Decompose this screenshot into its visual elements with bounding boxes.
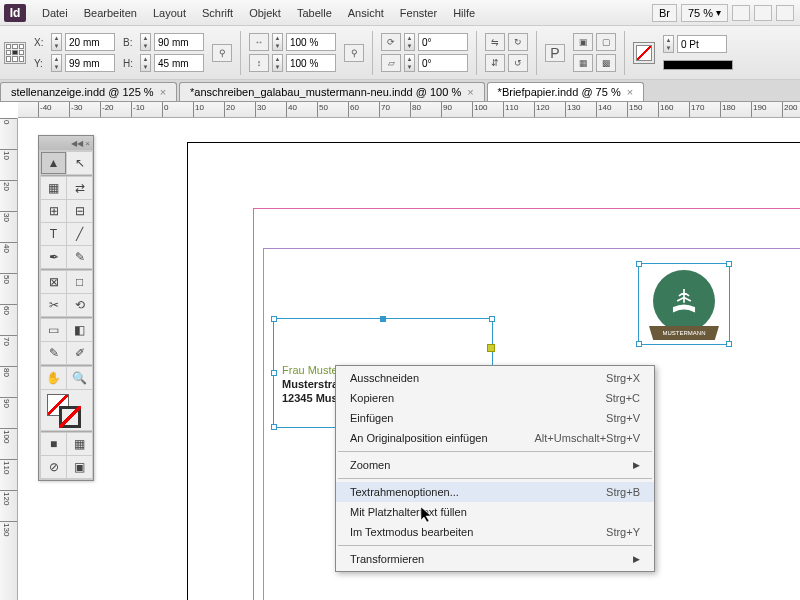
ruler-horizontal[interactable]: -40-30-20-100102030405060708090100110120… (18, 102, 800, 118)
shortcut-label: Strg+V (606, 412, 640, 424)
tools-panel[interactable]: ◀◀ × ▲↖▦⇄⊞⊟T╱✒✎⊠□✂⟲▭◧✎✐✋🔍■▦⊘▣ (38, 135, 94, 481)
x-field[interactable]: 20 mm (65, 33, 115, 51)
fit-frame-icon[interactable]: ▢ (596, 33, 616, 51)
gap-tool[interactable]: ⇄ (67, 177, 92, 199)
view-mode-button[interactable]: ▣ (67, 456, 92, 478)
shear-field[interactable]: 0° (418, 54, 468, 72)
menu-separator (338, 451, 652, 452)
scale-x-icon: ↔ (249, 33, 269, 51)
flip-h-icon[interactable]: ⇋ (485, 33, 505, 51)
close-icon[interactable]: × (627, 86, 633, 98)
menu-bearbeiten[interactable]: Bearbeiten (76, 3, 145, 23)
selection-tool[interactable]: ▲ (41, 152, 66, 174)
fill-stroke-swatch[interactable] (41, 390, 92, 430)
shortcut-label: Strg+B (606, 486, 640, 498)
menu-hilfe[interactable]: Hilfe (445, 3, 483, 23)
shortcut-label: Strg+Y (606, 526, 640, 538)
menu-fenster[interactable]: Fenster (392, 3, 445, 23)
screen-mode-icon[interactable] (754, 5, 772, 21)
view-options-icon[interactable] (732, 5, 750, 21)
menu-ansicht[interactable]: Ansicht (340, 3, 392, 23)
scale-y-icon: ↕ (249, 54, 269, 72)
logo-frame[interactable]: MUSTERMANN (638, 263, 730, 345)
menu-objekt[interactable]: Objekt (241, 3, 289, 23)
rectangle-tool[interactable]: □ (67, 271, 92, 293)
context-item[interactable]: AusschneidenStrg+X (336, 368, 654, 388)
content-placer-tool[interactable]: ⊟ (67, 200, 92, 222)
context-item[interactable]: Zoomen▶ (336, 455, 654, 475)
h-field[interactable]: 45 mm (154, 54, 204, 72)
select-container-icon[interactable]: P (545, 44, 565, 62)
type-tool[interactable]: T (41, 223, 66, 245)
shortcut-label: Strg+C (605, 392, 640, 404)
w-stepper[interactable]: ▲▼ (140, 33, 151, 51)
y-stepper[interactable]: ▲▼ (51, 54, 62, 72)
zoom-tool[interactable]: 🔍 (67, 367, 92, 389)
rotate-cw-icon[interactable]: ↻ (508, 33, 528, 51)
gradient-feather-tool[interactable]: ◧ (67, 319, 92, 341)
logo-icon (653, 270, 715, 332)
rotate-field[interactable]: 0° (418, 33, 468, 51)
x-stepper[interactable]: ▲▼ (51, 33, 62, 51)
context-item[interactable]: Transformieren▶ (336, 549, 654, 569)
menu-layout[interactable]: Layout (145, 3, 194, 23)
close-icon[interactable]: × (160, 86, 166, 98)
document-tab[interactable]: stellenanzeige.indd @ 125 %× (0, 82, 177, 101)
apply-gradient-button[interactable]: ▦ (67, 433, 92, 455)
flip-v-icon[interactable]: ⇵ (485, 54, 505, 72)
context-item[interactable]: Textrahmenoptionen...Strg+B (336, 482, 654, 502)
shortcut-label: Strg+X (606, 372, 640, 384)
context-item[interactable]: EinfügenStrg+V (336, 408, 654, 428)
constrain-scale-icon[interactable]: ⚲ (344, 44, 364, 62)
gradient-swatch-tool[interactable]: ▭ (41, 319, 66, 341)
document-tab[interactable]: *Briefpapier.indd @ 75 %× (487, 82, 645, 101)
constrain-icon[interactable]: ⚲ (212, 44, 232, 62)
y-field[interactable]: 99 mm (65, 54, 115, 72)
panel-collapse-icon[interactable]: ◀◀ × (39, 136, 93, 150)
w-field[interactable]: 90 mm (154, 33, 204, 51)
hand-tool[interactable]: ✋ (41, 367, 66, 389)
scale-x-field[interactable]: 100 % (286, 33, 336, 51)
bridge-button[interactable]: Br (652, 4, 677, 22)
stroke-style[interactable] (663, 60, 733, 70)
page-tool[interactable]: ▦ (41, 177, 66, 199)
menu-schrift[interactable]: Schrift (194, 3, 241, 23)
fill-swatch[interactable] (633, 42, 655, 64)
rectangle-frame-tool[interactable]: ⊠ (41, 271, 66, 293)
shear-icon: ▱ (381, 54, 401, 72)
scale-y-field[interactable]: 100 % (286, 54, 336, 72)
rotate-ccw-icon[interactable]: ↺ (508, 54, 528, 72)
context-item[interactable]: An Originalposition einfügenAlt+Umschalt… (336, 428, 654, 448)
document-tab[interactable]: *anschreiben_galabau_mustermann-neu.indd… (179, 82, 485, 101)
context-menu: AusschneidenStrg+XKopierenStrg+CEinfügen… (335, 365, 655, 572)
shortcut-label: Alt+Umschalt+Strg+V (535, 432, 640, 444)
eyedropper-tool[interactable]: ✐ (67, 342, 92, 364)
out-port-icon[interactable] (487, 344, 495, 352)
zoom-dropdown[interactable]: 75 % ▾ (681, 4, 728, 22)
arrange-icon[interactable] (776, 5, 794, 21)
direct-selection-tool[interactable]: ↖ (67, 152, 92, 174)
free-transform-tool[interactable]: ⟲ (67, 294, 92, 316)
context-item[interactable]: Im Textmodus bearbeitenStrg+Y (336, 522, 654, 542)
apply-none-button[interactable]: ⊘ (41, 456, 66, 478)
ruler-vertical[interactable]: 0102030405060708090100110120130 (0, 118, 18, 600)
fit-content-icon[interactable]: ▣ (573, 33, 593, 51)
fill-frame-icon[interactable]: ▩ (596, 54, 616, 72)
h-stepper[interactable]: ▲▼ (140, 54, 151, 72)
context-item[interactable]: Mit Platzhaltertext füllen (336, 502, 654, 522)
context-item[interactable]: KopierenStrg+C (336, 388, 654, 408)
content-collector-tool[interactable]: ⊞ (41, 200, 66, 222)
reference-point[interactable] (4, 42, 26, 64)
pencil-tool[interactable]: ✎ (67, 246, 92, 268)
close-icon[interactable]: × (467, 86, 473, 98)
stroke-field[interactable]: 0 Pt (677, 35, 727, 53)
menu-separator (338, 478, 652, 479)
center-content-icon[interactable]: ▦ (573, 54, 593, 72)
menu-tabelle[interactable]: Tabelle (289, 3, 340, 23)
line-tool[interactable]: ╱ (67, 223, 92, 245)
menu-datei[interactable]: Datei (34, 3, 76, 23)
pen-tool[interactable]: ✒ (41, 246, 66, 268)
note-tool[interactable]: ✎ (41, 342, 66, 364)
apply-color-button[interactable]: ■ (41, 433, 66, 455)
scissors-tool[interactable]: ✂ (41, 294, 66, 316)
